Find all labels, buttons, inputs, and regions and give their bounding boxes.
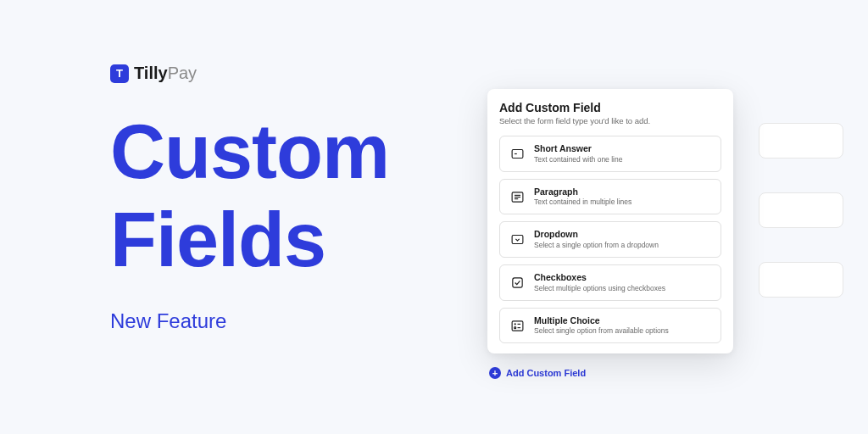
headline-line-2: Fields <box>110 197 389 285</box>
svg-point-11 <box>514 326 515 328</box>
paragraph-icon <box>509 188 526 205</box>
logo-text-bold: Tilly <box>134 64 168 82</box>
option-label: Dropdown <box>534 229 659 241</box>
option-paragraph[interactable]: Paragraph Text contained in multiple lin… <box>499 179 721 215</box>
logo-text-wrap: TillyPay <box>134 64 197 83</box>
background-card <box>759 192 843 228</box>
background-card <box>759 262 843 298</box>
option-label: Paragraph <box>534 186 632 198</box>
checkbox-icon <box>509 274 526 291</box>
brand-logo: T TillyPay <box>110 64 389 83</box>
option-short-answer[interactable]: Short Answer Text contained with one lin… <box>499 136 721 172</box>
add-custom-field-modal: Add Custom Field Select the form field t… <box>487 89 733 353</box>
option-desc: Select multiple options using checkboxes <box>534 284 665 293</box>
option-text: Checkboxes Select multiple options using… <box>534 272 665 293</box>
option-desc: Text contained with one line <box>534 155 622 164</box>
modal-subtitle: Select the form field type you'd like to… <box>499 116 721 125</box>
right-panel: Add Custom Field Select the form field t… <box>487 89 843 379</box>
svg-rect-7 <box>512 278 521 287</box>
add-button-label: Add Custom Field <box>506 368 586 378</box>
dropdown-icon <box>509 231 526 248</box>
headline-line-1: Custom <box>110 108 389 197</box>
svg-rect-0 <box>512 149 523 158</box>
option-text: Multiple Choice Select single option fro… <box>534 315 669 337</box>
option-desc: Select single option from available opti… <box>534 326 669 336</box>
modal-title: Add Custom Field <box>499 101 721 114</box>
option-multiple-choice[interactable]: Multiple Choice Select single option fro… <box>499 308 721 344</box>
background-card <box>759 123 843 159</box>
headline: Custom Fields <box>110 108 389 284</box>
option-checkboxes[interactable]: Checkboxes Select multiple options using… <box>499 264 721 301</box>
subheadline: New Feature <box>110 309 389 333</box>
option-desc: Select a single option from a dropdown <box>534 241 659 250</box>
option-label: Short Answer <box>534 143 622 155</box>
svg-rect-8 <box>512 320 523 330</box>
hero-panel: T TillyPay Custom Fields New Feature <box>110 64 389 333</box>
option-desc: Text contained in multiple lines <box>534 198 632 207</box>
svg-point-9 <box>514 323 515 325</box>
option-label: Checkboxes <box>534 272 665 284</box>
logo-text-light: Pay <box>168 64 197 82</box>
option-label: Multiple Choice <box>534 315 669 327</box>
logo-icon: T <box>110 64 129 83</box>
add-custom-field-button[interactable]: + Add Custom Field <box>487 367 843 379</box>
svg-rect-6 <box>512 236 523 244</box>
plus-icon: + <box>489 367 501 379</box>
option-dropdown[interactable]: Dropdown Select a single option from a d… <box>499 221 721 258</box>
multiple-choice-icon <box>509 317 526 334</box>
short-answer-icon <box>509 145 526 162</box>
option-text: Short Answer Text contained with one lin… <box>534 143 622 164</box>
option-text: Dropdown Select a single option from a d… <box>534 229 659 250</box>
option-text: Paragraph Text contained in multiple lin… <box>534 186 632 208</box>
